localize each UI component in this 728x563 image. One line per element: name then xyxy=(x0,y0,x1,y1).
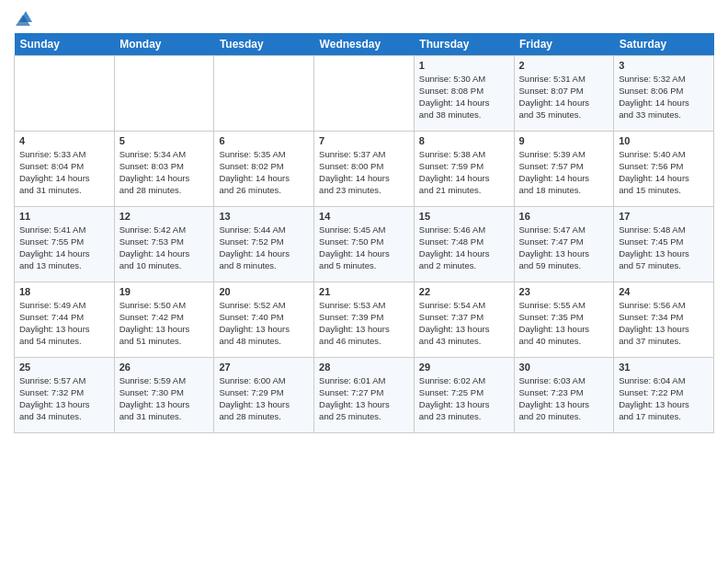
day-info: Sunrise: 6:00 AM Sunset: 7:29 PM Dayligh… xyxy=(219,374,309,422)
calendar-cell: 26Sunrise: 5:59 AM Sunset: 7:30 PM Dayli… xyxy=(114,358,214,433)
day-info: Sunrise: 5:55 AM Sunset: 7:35 PM Dayligh… xyxy=(519,299,609,347)
calendar-cell xyxy=(214,56,314,132)
calendar-cell: 29Sunrise: 6:02 AM Sunset: 7:25 PM Dayli… xyxy=(414,358,514,433)
calendar-cell: 9Sunrise: 5:39 AM Sunset: 7:57 PM Daylig… xyxy=(514,132,614,207)
calendar-cell: 11Sunrise: 5:41 AM Sunset: 7:55 PM Dayli… xyxy=(15,207,115,282)
day-info: Sunrise: 5:44 AM Sunset: 7:52 PM Dayligh… xyxy=(219,224,309,271)
calendar-week-row: 18Sunrise: 5:49 AM Sunset: 7:44 PM Dayli… xyxy=(15,282,714,358)
day-number: 28 xyxy=(319,362,409,373)
weekday-header-wednesday: Wednesday xyxy=(314,33,415,56)
day-number: 26 xyxy=(119,362,210,373)
day-number: 27 xyxy=(219,362,309,373)
calendar-cell: 10Sunrise: 5:40 AM Sunset: 7:56 PM Dayli… xyxy=(614,132,714,207)
weekday-header-friday: Friday xyxy=(514,33,614,56)
day-number: 18 xyxy=(19,286,109,297)
day-info: Sunrise: 5:34 AM Sunset: 8:03 PM Dayligh… xyxy=(119,148,210,196)
weekday-header-saturday: Saturday xyxy=(614,33,714,56)
logo-icon xyxy=(16,9,36,26)
day-info: Sunrise: 5:42 AM Sunset: 7:53 PM Dayligh… xyxy=(119,224,210,271)
day-number: 13 xyxy=(219,211,309,222)
calendar-cell: 5Sunrise: 5:34 AM Sunset: 8:03 PM Daylig… xyxy=(114,132,214,207)
calendar-cell: 24Sunrise: 5:56 AM Sunset: 7:34 PM Dayli… xyxy=(614,282,714,358)
day-number: 20 xyxy=(219,286,309,297)
day-info: Sunrise: 5:37 AM Sunset: 8:00 PM Dayligh… xyxy=(319,148,409,196)
day-info: Sunrise: 5:40 AM Sunset: 7:56 PM Dayligh… xyxy=(619,148,709,196)
day-info: Sunrise: 5:46 AM Sunset: 7:48 PM Dayligh… xyxy=(419,224,509,271)
calendar-cell: 31Sunrise: 6:04 AM Sunset: 7:22 PM Dayli… xyxy=(614,358,714,433)
day-number: 12 xyxy=(119,211,210,222)
calendar-cell: 15Sunrise: 5:46 AM Sunset: 7:48 PM Dayli… xyxy=(414,207,514,282)
day-info: Sunrise: 5:45 AM Sunset: 7:50 PM Dayligh… xyxy=(319,224,409,271)
day-info: Sunrise: 5:52 AM Sunset: 7:40 PM Dayligh… xyxy=(219,299,309,347)
calendar-cell: 23Sunrise: 5:55 AM Sunset: 7:35 PM Dayli… xyxy=(514,282,614,358)
day-number: 30 xyxy=(519,362,609,373)
day-number: 6 xyxy=(219,135,309,146)
day-info: Sunrise: 5:56 AM Sunset: 7:34 PM Dayligh… xyxy=(619,299,709,347)
day-number: 23 xyxy=(519,286,609,297)
calendar-cell: 14Sunrise: 5:45 AM Sunset: 7:50 PM Dayli… xyxy=(314,207,415,282)
day-number: 29 xyxy=(419,362,509,373)
calendar-cell: 16Sunrise: 5:47 AM Sunset: 7:47 PM Dayli… xyxy=(514,207,614,282)
calendar-cell xyxy=(314,56,415,132)
day-info: Sunrise: 5:49 AM Sunset: 7:44 PM Dayligh… xyxy=(19,299,109,347)
day-info: Sunrise: 5:59 AM Sunset: 7:30 PM Dayligh… xyxy=(119,374,210,422)
day-info: Sunrise: 5:32 AM Sunset: 8:06 PM Dayligh… xyxy=(619,73,709,121)
day-number: 7 xyxy=(319,135,409,146)
calendar-cell: 22Sunrise: 5:54 AM Sunset: 7:37 PM Dayli… xyxy=(414,282,514,358)
calendar-cell: 4Sunrise: 5:33 AM Sunset: 8:04 PM Daylig… xyxy=(15,132,115,207)
day-number: 19 xyxy=(119,286,210,297)
day-number: 22 xyxy=(419,286,509,297)
calendar-cell: 6Sunrise: 5:35 AM Sunset: 8:02 PM Daylig… xyxy=(214,132,314,207)
day-number: 24 xyxy=(619,286,709,297)
day-info: Sunrise: 5:48 AM Sunset: 7:45 PM Dayligh… xyxy=(619,224,709,271)
calendar-cell: 2Sunrise: 5:31 AM Sunset: 8:07 PM Daylig… xyxy=(514,56,614,132)
day-info: Sunrise: 5:39 AM Sunset: 7:57 PM Dayligh… xyxy=(519,148,609,196)
day-number: 11 xyxy=(19,211,109,222)
day-info: Sunrise: 5:33 AM Sunset: 8:04 PM Dayligh… xyxy=(19,148,109,196)
calendar-cell: 18Sunrise: 5:49 AM Sunset: 7:44 PM Dayli… xyxy=(15,282,115,358)
calendar-week-row: 1Sunrise: 5:30 AM Sunset: 8:08 PM Daylig… xyxy=(15,56,714,132)
calendar-cell: 19Sunrise: 5:50 AM Sunset: 7:42 PM Dayli… xyxy=(114,282,214,358)
calendar-cell: 7Sunrise: 5:37 AM Sunset: 8:00 PM Daylig… xyxy=(314,132,415,207)
day-number: 2 xyxy=(519,60,609,71)
page-container: SundayMondayTuesdayWednesdayThursdayFrid… xyxy=(0,0,728,442)
day-number: 31 xyxy=(619,362,709,373)
day-info: Sunrise: 5:35 AM Sunset: 8:02 PM Dayligh… xyxy=(219,148,309,196)
day-number: 8 xyxy=(419,135,509,146)
weekday-header-tuesday: Tuesday xyxy=(214,33,314,56)
calendar-cell: 1Sunrise: 5:30 AM Sunset: 8:08 PM Daylig… xyxy=(414,56,514,132)
day-info: Sunrise: 5:57 AM Sunset: 7:32 PM Dayligh… xyxy=(19,374,109,422)
weekday-header-sunday: Sunday xyxy=(15,33,115,56)
weekday-header-row: SundayMondayTuesdayWednesdayThursdayFrid… xyxy=(15,33,714,56)
calendar-cell: 30Sunrise: 6:03 AM Sunset: 7:23 PM Dayli… xyxy=(514,358,614,433)
day-number: 10 xyxy=(619,135,709,146)
day-number: 25 xyxy=(19,362,109,373)
day-number: 15 xyxy=(419,211,509,222)
day-number: 9 xyxy=(519,135,609,146)
day-info: Sunrise: 5:53 AM Sunset: 7:39 PM Dayligh… xyxy=(319,299,409,347)
day-number: 4 xyxy=(19,135,109,146)
day-info: Sunrise: 5:54 AM Sunset: 7:37 PM Dayligh… xyxy=(419,299,509,347)
calendar-cell: 8Sunrise: 5:38 AM Sunset: 7:59 PM Daylig… xyxy=(414,132,514,207)
day-number: 3 xyxy=(619,60,709,71)
calendar-cell: 17Sunrise: 5:48 AM Sunset: 7:45 PM Dayli… xyxy=(614,207,714,282)
weekday-header-thursday: Thursday xyxy=(414,33,514,56)
day-info: Sunrise: 5:38 AM Sunset: 7:59 PM Dayligh… xyxy=(419,148,509,196)
day-info: Sunrise: 6:02 AM Sunset: 7:25 PM Dayligh… xyxy=(419,374,509,422)
calendar-cell: 21Sunrise: 5:53 AM Sunset: 7:39 PM Dayli… xyxy=(314,282,415,358)
calendar-week-row: 4Sunrise: 5:33 AM Sunset: 8:04 PM Daylig… xyxy=(15,132,714,207)
day-info: Sunrise: 5:41 AM Sunset: 7:55 PM Dayligh… xyxy=(19,224,109,271)
day-info: Sunrise: 5:47 AM Sunset: 7:47 PM Dayligh… xyxy=(519,224,609,271)
day-info: Sunrise: 5:30 AM Sunset: 8:08 PM Dayligh… xyxy=(419,73,509,121)
day-info: Sunrise: 6:04 AM Sunset: 7:22 PM Dayligh… xyxy=(619,374,709,422)
day-info: Sunrise: 6:03 AM Sunset: 7:23 PM Dayligh… xyxy=(519,374,609,422)
day-number: 1 xyxy=(419,60,509,71)
day-number: 14 xyxy=(319,211,409,222)
day-number: 16 xyxy=(519,211,609,222)
calendar-cell: 28Sunrise: 6:01 AM Sunset: 7:27 PM Dayli… xyxy=(314,358,415,433)
weekday-header-monday: Monday xyxy=(114,33,214,56)
calendar-cell: 13Sunrise: 5:44 AM Sunset: 7:52 PM Dayli… xyxy=(214,207,314,282)
day-info: Sunrise: 5:50 AM Sunset: 7:42 PM Dayligh… xyxy=(119,299,210,347)
calendar-cell: 20Sunrise: 5:52 AM Sunset: 7:40 PM Dayli… xyxy=(214,282,314,358)
calendar-cell: 27Sunrise: 6:00 AM Sunset: 7:29 PM Dayli… xyxy=(214,358,314,433)
